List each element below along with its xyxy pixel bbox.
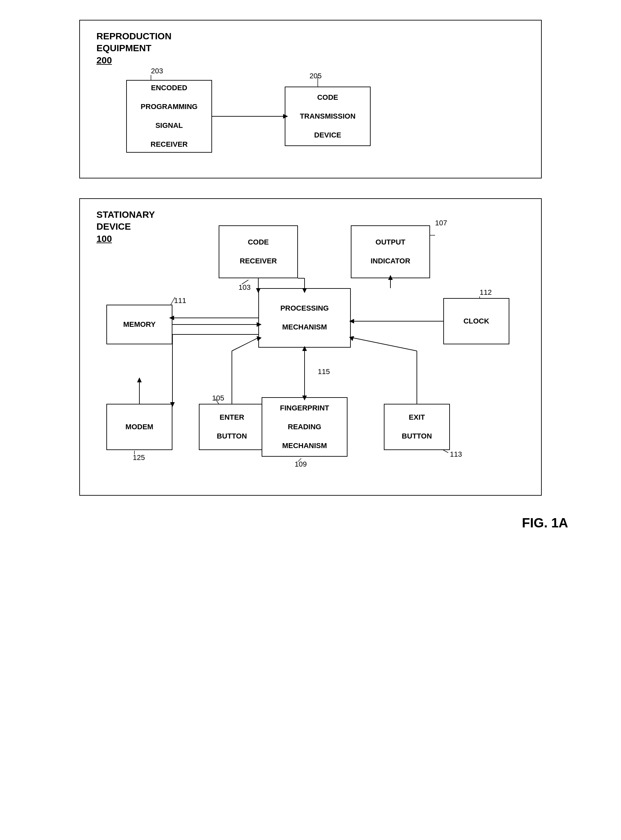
box-exit-button: EXIT BUTTON: [384, 404, 450, 450]
page-container: REPRODUCTION EQUIPMENT 200 ENCODED PROGR…: [20, 13, 601, 531]
bottom-diagram-label: STATIONARY DEVICE 100: [97, 209, 155, 245]
fingerprint-line3: MECHANISM: [282, 441, 327, 451]
ref-112: 112: [480, 288, 492, 297]
svg-line-23: [232, 338, 258, 351]
ref-107: 107: [435, 219, 447, 227]
modem-label: MODEM: [126, 422, 153, 432]
box-203-line4: RECEIVER: [151, 140, 188, 149]
ref-205: 205: [309, 72, 322, 80]
diagrams-wrapper: REPRODUCTION EQUIPMENT 200 ENCODED PROGR…: [20, 13, 601, 496]
ref-111: 111: [174, 296, 186, 305]
top-diagram: REPRODUCTION EQUIPMENT 200 ENCODED PROGR…: [79, 20, 542, 179]
box-fingerprint: FINGERPRINT READING MECHANISM: [262, 397, 347, 457]
box-205-line2: TRANSMISSION: [300, 112, 356, 121]
box-output-indicator: OUTPUT INDICATOR: [351, 225, 430, 278]
svg-line-33: [443, 450, 448, 453]
repro-label-line1: REPRODUCTION: [97, 31, 171, 41]
stationary-label-ref: 100: [97, 234, 112, 244]
output-indicator-line2: INDICATOR: [371, 256, 410, 266]
stationary-label-line2: DEVICE: [97, 221, 131, 232]
ref-109: 109: [295, 460, 307, 469]
box-205-line3: DEVICE: [314, 130, 341, 140]
repro-label-line2: EQUIPMENT: [97, 43, 151, 53]
top-diagram-label: REPRODUCTION EQUIPMENT 200: [97, 30, 171, 67]
box-enter-button: ENTER BUTTON: [199, 404, 265, 450]
fingerprint-line1: FINGERPRINT: [280, 403, 329, 413]
enter-button-line1: ENTER: [220, 413, 244, 422]
box-modem: MODEM: [106, 404, 173, 450]
box-203-line2: PROGRAMMING: [141, 102, 197, 112]
enter-button-line2: BUTTON: [217, 432, 247, 441]
code-receiver-line1: CODE: [248, 238, 269, 247]
exit-button-line1: EXIT: [409, 413, 425, 422]
memory-label: MEMORY: [123, 320, 156, 329]
box-processing: PROCESSING MECHANISM: [258, 288, 351, 348]
ref-105: 105: [212, 394, 224, 402]
box-memory: MEMORY: [106, 305, 173, 344]
ref-203: 203: [151, 67, 163, 75]
stationary-label-line1: STATIONARY: [97, 209, 155, 220]
box-203: ENCODED PROGRAMMING SIGNAL RECEIVER: [126, 80, 212, 153]
processing-line1: PROCESSING: [280, 304, 329, 313]
box-code-receiver: CODE RECEIVER: [219, 225, 298, 278]
box-clock: CLOCK: [443, 298, 509, 344]
code-receiver-line2: RECEIVER: [240, 256, 277, 266]
bottom-diagram: STATIONARY DEVICE 100 CODE RECEIVER 103 …: [79, 198, 542, 496]
box-203-line3: SIGNAL: [155, 121, 183, 130]
fingerprint-line2: READING: [288, 422, 321, 432]
exit-button-line2: BUTTON: [402, 432, 432, 441]
box-205-line1: CODE: [317, 93, 338, 102]
clock-label: CLOCK: [463, 317, 489, 326]
ref-103: 103: [238, 283, 251, 292]
ref-113: 113: [450, 450, 462, 459]
processing-line2: MECHANISM: [282, 323, 327, 332]
svg-marker-21: [137, 378, 142, 382]
box-205: CODE TRANSMISSION DEVICE: [285, 86, 371, 146]
fig-label: FIG. 1A: [522, 516, 568, 531]
output-indicator-line1: OUTPUT: [376, 238, 405, 247]
ref-115: 115: [318, 367, 330, 376]
box-203-line1: ENCODED: [151, 83, 187, 93]
svg-line-29: [353, 338, 417, 351]
ref-125: 125: [133, 453, 145, 462]
repro-label-ref: 200: [97, 55, 112, 65]
